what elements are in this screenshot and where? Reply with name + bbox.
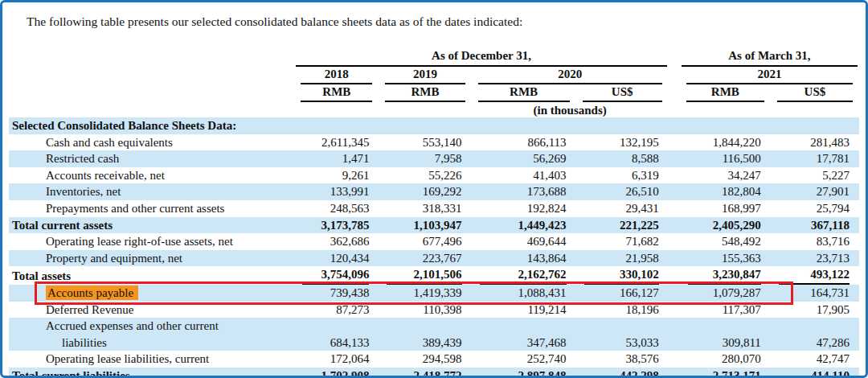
cell-value: 117,307 xyxy=(680,302,771,318)
row-label: Accounts payable xyxy=(9,285,294,302)
cell-value: 2,611,345 xyxy=(294,134,379,151)
header-scale-row: (in thousands) xyxy=(9,102,859,117)
row-label: Operating lease liabilities, current xyxy=(9,351,294,368)
cell-value: 280,070 xyxy=(680,351,771,368)
cell-value: 2,713,171 xyxy=(680,368,771,378)
cell-value: 1,844,220 xyxy=(680,134,771,151)
table-row: Accounts receivable, net 9,261 55,226 41… xyxy=(9,167,859,184)
cell-value: 493,122 xyxy=(771,266,859,285)
section-header-row: Selected Consolidated Balance Sheets Dat… xyxy=(9,117,859,134)
cell-value: 55,226 xyxy=(379,167,471,184)
cell-value: 23,713 xyxy=(771,250,859,267)
table-row: Prepayments and other current assets 248… xyxy=(9,200,859,217)
table-header: As of December 31, As of March 31, 2018 … xyxy=(9,48,859,117)
row-label: Cash and cash equivalents xyxy=(9,134,294,151)
unit-rmb: RMB xyxy=(385,84,465,102)
total-row: Total assets 3,754,096 2,101,506 2,162,7… xyxy=(9,266,859,285)
row-label: Total current liabilities xyxy=(9,368,294,378)
cell-value: 252,740 xyxy=(472,351,576,368)
cell-value: 553,140 xyxy=(379,134,471,151)
cell-value: 414,110 xyxy=(771,368,859,378)
cell-value: 684,133 xyxy=(294,318,379,351)
row-label: Total assets xyxy=(9,266,294,285)
unit-usd: US$ xyxy=(777,84,853,102)
cell-value: 166,127 xyxy=(576,285,669,302)
cell-value: 9,261 xyxy=(294,167,379,184)
table-row: Restricted cash 1,471 7,958 56,269 8,588… xyxy=(9,150,859,167)
cell-value: 442,298 xyxy=(576,368,669,378)
table-row-accounts-payable: Accounts payable 739,438 1,419,339 1,088… xyxy=(9,285,859,302)
cell-value: 1,702,908 xyxy=(294,368,379,378)
cell-value: 6,319 xyxy=(576,167,669,184)
cell-value: 223,767 xyxy=(379,250,471,267)
balance-sheet-table: As of December 31, As of March 31, 2018 … xyxy=(9,48,859,378)
table-row: Inventories, net 133,991 169,292 173,688… xyxy=(9,183,859,200)
year-2018: 2018 xyxy=(301,67,372,84)
row-label: Inventories, net xyxy=(9,183,294,200)
cell-value: 1,079,287 xyxy=(680,285,771,302)
cell-value: 143,864 xyxy=(472,250,576,267)
cell-value: 5,227 xyxy=(771,167,859,184)
cell-value: 548,492 xyxy=(680,233,771,250)
cell-value: 120,434 xyxy=(294,250,379,267)
group-header-march: As of March 31, xyxy=(682,48,858,67)
cell-value: 2,101,506 xyxy=(379,266,471,285)
cell-value: 110,398 xyxy=(379,302,471,318)
cell-value: 83,716 xyxy=(771,233,859,250)
cell-value: 38,576 xyxy=(576,351,669,368)
cell-value: 116,500 xyxy=(680,150,771,167)
cell-value: 248,563 xyxy=(294,200,379,217)
row-label: Prepayments and other current assets xyxy=(9,200,294,217)
table-row: Cash and cash equivalents 2,611,345 553,… xyxy=(9,134,859,151)
table-row: Deferred Revenue 87,273 110,398 119,214 … xyxy=(9,302,859,318)
header-group-row: As of December 31, As of March 31, xyxy=(9,48,859,67)
cell-value: 27,901 xyxy=(771,183,859,200)
scale-note: (in thousands) xyxy=(472,102,669,117)
highlighted-label: Accounts payable xyxy=(46,286,138,300)
cell-value: 2,418,772 xyxy=(379,368,471,378)
row-label: Accrued expenses and other current liabi… xyxy=(9,318,294,351)
cell-value: 7,958 xyxy=(379,150,471,167)
cell-value: 221,225 xyxy=(576,217,669,234)
cell-value: 155,363 xyxy=(680,250,771,267)
document-frame: The following table presents our selecte… xyxy=(0,0,868,378)
cell-value: 21,958 xyxy=(576,250,669,267)
cell-value: 739,438 xyxy=(294,285,379,302)
cell-value: 8,588 xyxy=(576,150,669,167)
cell-value: 3,230,847 xyxy=(680,266,771,285)
total-row: Total current liabilities 1,702,908 2,41… xyxy=(9,368,859,378)
year-2021: 2021 xyxy=(686,67,853,84)
cell-value: 866,113 xyxy=(472,134,576,151)
cell-value: 26,510 xyxy=(576,183,669,200)
cell-value: 18,196 xyxy=(576,302,669,318)
year-2019: 2019 xyxy=(385,67,465,84)
cell-value: 677,496 xyxy=(379,233,471,250)
unit-rmb: RMB xyxy=(686,84,764,102)
row-label: Total current assets xyxy=(9,217,294,234)
cell-value: 1,419,339 xyxy=(379,285,471,302)
cell-value: 25,794 xyxy=(771,200,859,217)
cell-value: 34,247 xyxy=(680,167,771,184)
cell-value: 1,088,431 xyxy=(472,285,576,302)
cell-value: 3,754,096 xyxy=(294,266,379,285)
cell-value: 173,688 xyxy=(472,183,576,200)
cell-value: 1,471 xyxy=(294,150,379,167)
header-unit-row: RMB RMB RMB US$ RMB US$ xyxy=(9,84,859,102)
header-year-row: 2018 2019 2020 2021 xyxy=(9,67,859,84)
cell-value: 192,824 xyxy=(472,200,576,217)
cell-value: 389,439 xyxy=(379,318,471,351)
cell-value: 164,731 xyxy=(771,285,859,302)
cell-value: 2,162,762 xyxy=(472,266,576,285)
cell-value: 17,781 xyxy=(771,150,859,167)
section-header: Selected Consolidated Balance Sheets Dat… xyxy=(9,117,859,134)
row-label: Deferred Revenue xyxy=(9,302,294,318)
cell-value: 168,997 xyxy=(680,200,771,217)
cell-value: 42,747 xyxy=(771,351,859,368)
cell-value: 2,405,290 xyxy=(680,217,771,234)
cell-value: 172,064 xyxy=(294,351,379,368)
cell-value: 281,483 xyxy=(771,134,859,151)
unit-usd: US$ xyxy=(583,84,662,102)
table-row: Operating lease right-of-use assets, net… xyxy=(9,233,859,250)
row-label: Accounts receivable, net xyxy=(9,167,294,184)
cell-value: 469,644 xyxy=(472,233,576,250)
